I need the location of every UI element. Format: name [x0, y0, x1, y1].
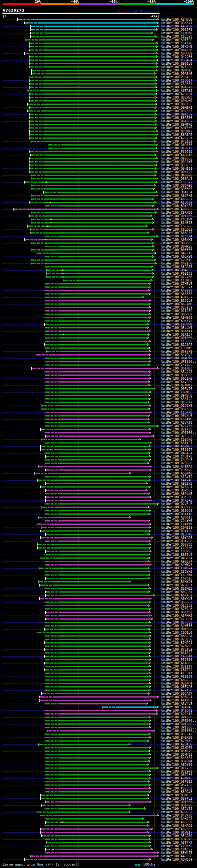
alignment-bar[interactable] [37, 811, 131, 813]
alignment-bar[interactable] [41, 429, 151, 430]
alignment-bar[interactable] [45, 412, 152, 413]
alignment-bar[interactable] [31, 70, 158, 71]
alignment-bar[interactable] [45, 513, 151, 515]
alignment-bar[interactable] [45, 378, 151, 379]
alignment-bar[interactable] [37, 479, 151, 481]
alignment-bar[interactable] [37, 523, 152, 525]
alignment-bar[interactable] [44, 662, 151, 664]
alignment-bar[interactable] [30, 229, 154, 230]
alignment-bar[interactable] [29, 97, 157, 98]
alignment-bar[interactable] [41, 530, 151, 532]
alignment-bar[interactable] [45, 442, 152, 444]
alignment-bar[interactable] [45, 540, 151, 542]
alignment-bar[interactable] [41, 449, 151, 451]
alignment-bar[interactable] [45, 459, 151, 461]
alignment-bar[interactable] [45, 571, 150, 572]
alignment-bar[interactable] [45, 561, 150, 562]
alignment-bar[interactable] [45, 683, 151, 684]
alignment-bar[interactable] [13, 209, 159, 210]
alignment-bar[interactable] [45, 256, 154, 257]
alignment-bar[interactable] [45, 818, 144, 820]
alignment-bar[interactable] [45, 676, 151, 677]
alignment-bar[interactable] [30, 26, 159, 27]
alignment-bar[interactable] [45, 395, 150, 396]
alignment-bar[interactable] [45, 534, 150, 535]
alignment-bar[interactable] [29, 215, 152, 217]
alignment-bar[interactable] [29, 49, 158, 51]
alignment-bar[interactable] [45, 456, 151, 457]
alignment-bar[interactable] [45, 608, 151, 610]
alignment-bar[interactable] [45, 327, 149, 329]
alignment-bar[interactable] [41, 486, 151, 488]
alignment-bar[interactable] [45, 591, 150, 593]
alignment-bar[interactable] [44, 655, 151, 657]
alignment-bar[interactable] [45, 205, 154, 207]
alignment-bar[interactable] [45, 734, 151, 735]
alignment-bar[interactable] [38, 744, 131, 745]
alignment-bar[interactable] [30, 856, 159, 857]
alignment-bar[interactable] [44, 323, 149, 325]
alignment-bar[interactable] [45, 612, 151, 613]
alignment-bar[interactable] [45, 290, 150, 291]
alignment-bar[interactable] [31, 141, 156, 142]
alignment-bar[interactable] [45, 381, 150, 383]
alignment-bar[interactable] [44, 649, 151, 650]
alignment-bar[interactable] [40, 700, 152, 701]
alignment-bar[interactable] [45, 384, 150, 386]
alignment-bar[interactable] [29, 80, 157, 81]
alignment-bar[interactable] [31, 219, 154, 220]
alignment-bar[interactable] [45, 236, 158, 237]
alignment-bar[interactable] [45, 283, 151, 284]
alignment-bar[interactable] [45, 713, 158, 715]
alignment-bar[interactable] [45, 659, 151, 660]
alignment-bar[interactable] [25, 53, 158, 54]
alignment-bar[interactable] [45, 720, 151, 721]
alignment-bar[interactable] [45, 415, 150, 416]
alignment-bar[interactable] [35, 473, 131, 474]
alignment-bar[interactable] [25, 22, 159, 24]
alignment-bar[interactable] [29, 127, 157, 129]
alignment-bar[interactable] [45, 361, 151, 363]
alignment-bar[interactable] [45, 774, 151, 776]
alignment-bar[interactable] [45, 307, 151, 308]
alignment-bar[interactable] [30, 36, 157, 37]
alignment-bar[interactable] [45, 757, 151, 759]
alignment-bar[interactable] [46, 351, 151, 352]
alignment-bar[interactable] [45, 337, 149, 339]
alignment-bar[interactable] [29, 46, 158, 48]
alignment-bar[interactable] [45, 435, 155, 437]
alignment-bar[interactable] [40, 584, 150, 586]
alignment-bar[interactable] [36, 354, 151, 355]
alignment-bar[interactable] [45, 679, 151, 681]
alignment-bar[interactable] [29, 63, 158, 64]
alignment-bar[interactable] [26, 39, 154, 41]
alignment-bar[interactable] [103, 706, 159, 708]
alignment-bar[interactable] [45, 622, 151, 623]
alignment-bar[interactable] [30, 232, 149, 234]
alignment-bar[interactable] [29, 168, 157, 169]
alignment-bar[interactable] [29, 100, 157, 102]
alignment-bar[interactable] [31, 185, 156, 186]
alignment-bar[interactable] [25, 239, 153, 241]
alignment-bar[interactable] [45, 750, 150, 752]
alignment-bar[interactable] [45, 787, 151, 789]
alignment-bar[interactable] [29, 151, 158, 152]
alignment-bar[interactable] [45, 422, 150, 423]
alignment-bar[interactable] [41, 445, 151, 447]
alignment-bar[interactable] [45, 371, 151, 373]
alignment-bar[interactable] [44, 191, 158, 193]
alignment-bar[interactable] [18, 19, 159, 20]
alignment-bar[interactable] [42, 405, 151, 406]
alignment-bar[interactable] [45, 334, 150, 335]
alignment-bar[interactable] [31, 175, 156, 176]
alignment-bar[interactable] [29, 83, 157, 85]
alignment-bar[interactable] [29, 134, 158, 135]
alignment-bar[interactable] [28, 225, 148, 227]
alignment-bar[interactable] [45, 764, 149, 766]
alignment-bar[interactable] [45, 347, 150, 349]
alignment-bar[interactable] [45, 293, 151, 295]
alignment-bar[interactable] [45, 510, 151, 512]
alignment-bar[interactable] [38, 517, 131, 518]
alignment-bar[interactable] [45, 652, 151, 654]
alignment-bar[interactable] [45, 469, 152, 471]
